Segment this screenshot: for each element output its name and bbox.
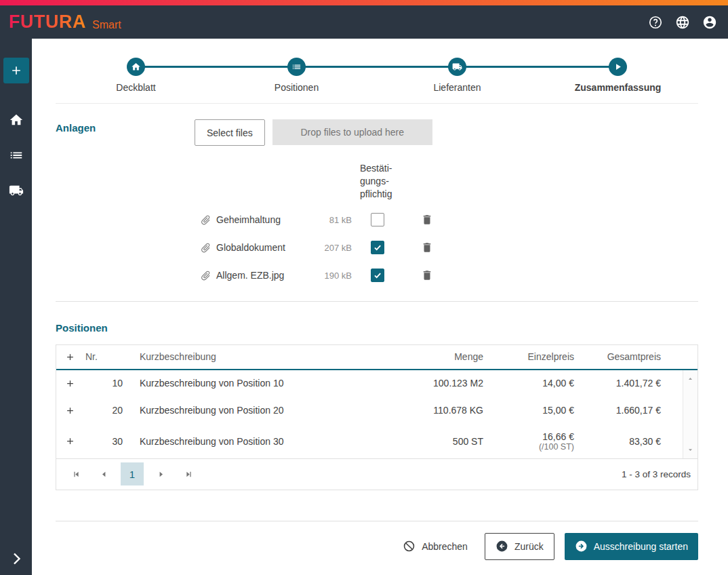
position-row: 20 Kurzbeschreibung von Position 20 110.… [56,397,683,424]
sidebar-item-positions[interactable] [6,146,26,165]
back-button[interactable]: Zurück [485,533,554,560]
next-page-icon [156,469,166,479]
help-button[interactable] [648,15,663,30]
table-scrollbar[interactable] [683,370,697,458]
first-page-icon [71,469,81,479]
wizard-stepper: Deckblatt Positionen Lieferanten Zusamme… [56,58,698,93]
positions-title: Positionen [56,319,195,334]
position-nr: 30 [83,436,127,447]
next-page-button[interactable] [150,463,171,485]
chevron-right-icon [8,551,24,567]
globe-icon [675,15,690,30]
column-header-description[interactable]: Kurzbeschreibung [127,351,403,362]
home-icon [131,62,141,72]
last-page-button[interactable] [178,463,199,485]
prev-page-icon [99,469,109,479]
position-quantity: 500 ST [403,436,505,447]
page-1-button[interactable]: 1 [121,462,144,485]
plus-icon [65,436,75,446]
attachment-name: Globaldokument [216,242,311,253]
positions-table-header: Nr. Kurzbeschreibung Menge Einzelpreis G… [56,345,697,370]
position-quantity: 100.123 M2 [403,378,505,389]
stepper-step-lieferanten[interactable]: Lieferanten [377,58,538,93]
confirm-required-checkbox[interactable] [371,213,384,226]
account-button[interactable] [702,15,717,30]
step-label: Lieferanten [433,82,481,93]
confirm-required-checkbox[interactable] [371,241,384,254]
main-content: Deckblatt Positionen Lieferanten Zusamme… [32,39,728,575]
start-tender-button[interactable]: Ausschreibung starten [565,533,698,560]
select-files-button[interactable]: Select files [195,119,265,146]
paperclip-icon [200,214,216,226]
section-divider [56,301,698,302]
step-label: Deckblatt [116,82,155,93]
play-icon [613,62,623,72]
sidebar-expand-button[interactable] [8,551,24,567]
ban-icon [403,540,416,553]
expand-all-button[interactable] [65,352,75,362]
app-logo: FUTURA [9,12,86,33]
arrow-left-circle-icon [496,540,508,553]
column-header-total-price[interactable]: Gesamtpreis [596,351,683,362]
arrow-right-circle-icon [575,540,588,553]
attachments-title: Anlagen [56,119,195,134]
sidebar-nav [6,111,26,200]
stepper-step-deckblatt[interactable]: Deckblatt [56,58,216,93]
stepper-step-positionen[interactable]: Positionen [216,58,377,93]
home-icon [9,113,24,127]
stepper-divider [56,103,698,104]
expand-row-button[interactable] [65,378,75,389]
sidebar [0,39,32,575]
attachment-row: Allgem. EZB.jpg 190 kB [200,262,698,290]
sidebar-item-new[interactable] [3,58,29,83]
plus-icon [65,378,75,389]
records-count-label: 1 - 3 of 3 records [622,469,691,479]
prev-page-button[interactable] [93,463,115,485]
column-header-nr[interactable]: Nr. [83,351,127,362]
confirm-required-column-header: Bestäti- gungs- pflichtig [352,162,403,201]
delete-attachment-button[interactable] [421,269,433,281]
position-unit-price: 16,66 € [542,431,574,442]
sidebar-item-suppliers[interactable] [6,181,26,200]
attachment-row: Globaldokument 207 kB [200,234,698,262]
delete-attachment-button[interactable] [421,214,433,226]
position-unit-price: 15,00 € [542,405,574,416]
expand-row-button[interactable] [65,405,75,416]
expand-row-button[interactable] [65,436,75,446]
positions-section: Positionen Nr. Kurzbeschreibung Menge Ei… [56,319,698,490]
sidebar-item-home[interactable] [6,111,26,130]
file-drop-zone[interactable]: Drop files to upload here [272,119,432,145]
stepper-step-zusammenfassung[interactable]: Zusammenfassung [538,58,698,93]
first-page-button[interactable] [65,463,87,485]
step-label: Positionen [275,82,319,93]
plus-icon [65,352,75,362]
position-quantity: 110.678 KG [403,405,505,416]
position-unit-price: 14,00 € [542,378,574,389]
position-nr: 20 [83,405,127,416]
delete-attachment-button[interactable] [421,241,433,254]
position-total-price: 83,30 € [596,436,683,447]
truck-icon [452,62,462,72]
paperclip-icon [200,270,216,281]
trash-icon [421,241,433,254]
language-button[interactable] [675,15,690,30]
back-label: Zurück [514,541,544,552]
attachment-name: Allgem. EZB.jpg [216,270,311,281]
column-header-quantity[interactable]: Menge [403,351,505,362]
list-icon [9,148,24,163]
check-icon [373,243,382,252]
paperclip-icon [200,242,216,254]
attachment-size: 81 kB [311,215,352,225]
position-nr: 10 [83,378,127,389]
cancel-label: Abbrechen [422,541,468,552]
column-header-unit-price[interactable]: Einzelpreis [505,351,596,362]
attachments-section: Anlagen Select files Drop files to uploa… [56,119,698,290]
footer-actions: Abbrechen Zurück Ausschreibung starten [56,533,698,560]
list-icon [291,62,302,72]
truck-icon [9,183,24,198]
step-label: Zusammenfassung [575,82,662,93]
confirm-required-checkbox[interactable] [371,269,384,282]
app-header: FUTURA Smart [0,5,728,39]
cancel-button[interactable]: Abbrechen [403,540,468,553]
person-icon [702,15,717,30]
